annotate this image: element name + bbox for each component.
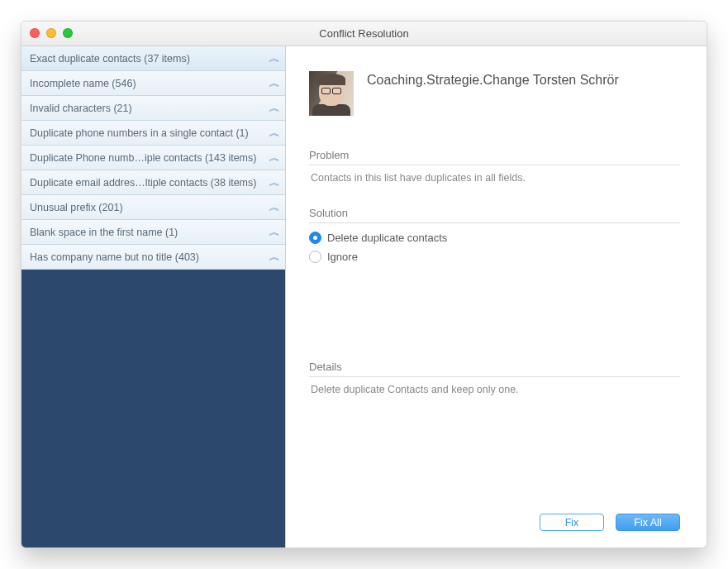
sidebar-category-label: Duplicate email addres…ltiple contacts (… — [30, 177, 270, 189]
solution-option-label: Ignore — [327, 251, 358, 263]
solution-option[interactable]: Delete duplicate contacts — [309, 232, 680, 244]
sidebar-category-label: Incomplete name (546) — [30, 78, 270, 89]
sidebar-category-item[interactable]: Unusual prefix (201)︽ — [21, 195, 285, 220]
sidebar-category-label: Duplicate phone numbers in a single cont… — [30, 127, 270, 139]
details-section: Details Delete duplicate Contacts and ke… — [309, 361, 680, 395]
contact-name: Coaching.Strategie.Change Torsten Schrör — [367, 71, 619, 88]
sidebar-category-label: Invalid characters (21) — [30, 103, 270, 114]
collapse-icon: ︽ — [269, 53, 278, 65]
solution-option[interactable]: Ignore — [309, 251, 680, 263]
sidebar-category-label: Exact duplicate contacts (37 items) — [30, 53, 270, 65]
sidebar-category-item[interactable]: Incomplete name (546)︽ — [21, 71, 285, 96]
window-title: Conflict Resolution — [21, 27, 707, 40]
problem-text: Contacts in this list have duplicates in… — [309, 172, 680, 184]
fix-button[interactable]: Fix — [540, 514, 604, 531]
collapse-icon: ︽ — [269, 103, 278, 114]
fix-all-button-label: Fix All — [634, 517, 661, 528]
collapse-icon: ︽ — [269, 202, 278, 213]
problem-section: Problem Contacts in this list have dupli… — [309, 149, 680, 184]
zoom-window-button[interactable] — [63, 28, 73, 38]
solution-section: Solution Delete duplicate contactsIgnore — [309, 207, 680, 263]
close-window-button[interactable] — [30, 28, 40, 38]
sidebar-category-item[interactable]: Duplicate phone numbers in a single cont… — [21, 121, 285, 146]
sidebar-category-item[interactable]: Invalid characters (21)︽ — [21, 96, 285, 121]
sidebar-category-item[interactable]: Has company name but no title (403)︽ — [21, 245, 285, 270]
detail-pane: Coaching.Strategie.Change Torsten Schrör… — [286, 46, 707, 547]
details-heading: Details — [309, 361, 680, 377]
fix-all-button[interactable]: Fix All — [616, 514, 680, 531]
problem-heading: Problem — [309, 149, 680, 165]
conflict-category-sidebar: Exact duplicate contacts (37 items)︽Inco… — [21, 46, 286, 547]
collapse-icon: ︽ — [269, 251, 278, 263]
minimize-window-button[interactable] — [46, 28, 56, 38]
sidebar-category-item[interactable]: Blank space in the first name (1)︽ — [21, 220, 285, 245]
contact-avatar — [309, 71, 354, 116]
radio-icon — [309, 232, 321, 244]
sidebar-category-item[interactable]: Exact duplicate contacts (37 items)︽ — [21, 46, 285, 71]
collapse-icon: ︽ — [269, 78, 278, 89]
radio-icon — [309, 251, 321, 263]
sidebar-category-label: Blank space in the first name (1) — [30, 227, 270, 238]
solution-heading: Solution — [309, 207, 680, 223]
sidebar-category-label: Has company name but no title (403) — [30, 251, 270, 263]
sidebar-category-item[interactable]: Duplicate email addres…ltiple contacts (… — [21, 170, 285, 195]
sidebar-category-label: Unusual prefix (201) — [30, 202, 270, 213]
collapse-icon: ︽ — [269, 152, 278, 164]
collapse-icon: ︽ — [269, 127, 278, 139]
titlebar: Conflict Resolution — [21, 22, 707, 46]
details-text: Delete duplicate Contacts and keep only … — [309, 384, 680, 395]
solution-option-label: Delete duplicate contacts — [327, 232, 447, 244]
sidebar-category-label: Duplicate Phone numb…iple contacts (143 … — [30, 152, 270, 164]
sidebar-category-item[interactable]: Duplicate Phone numb…iple contacts (143 … — [21, 146, 285, 170]
collapse-icon: ︽ — [269, 227, 278, 238]
fix-button-label: Fix — [565, 517, 579, 528]
collapse-icon: ︽ — [269, 177, 278, 189]
